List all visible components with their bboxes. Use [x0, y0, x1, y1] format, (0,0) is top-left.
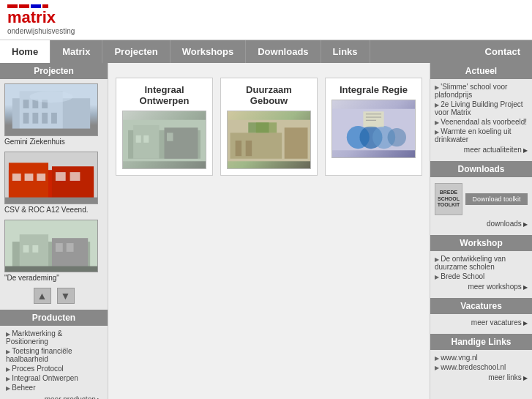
svg-point-9 [29, 91, 72, 102]
download-toolkit-button[interactable]: Download toolkit [465, 193, 528, 205]
feat-card-duurzaam-title: Duurzaam Gebouw [227, 84, 311, 106]
dl-thumb-line1: BREDE [440, 190, 458, 195]
meer-workshops-link[interactable]: meer workshops [430, 281, 532, 292]
downloads-section: Downloads BREDE SCHOOL TOOLKIT Download … [430, 161, 532, 229]
meer-producten-link[interactable]: meer producten [0, 392, 108, 399]
svg-rect-36 [167, 133, 173, 141]
meer-links-link[interactable]: meer links [430, 372, 532, 383]
center-content: Integraal Ontwerpen Duurzaam Gebouw [108, 63, 430, 399]
project-img-csv [4, 152, 98, 204]
verading-building-svg [5, 220, 97, 272]
svg-rect-17 [37, 174, 45, 181]
workshop-link-2[interactable]: Brede School [430, 272, 532, 281]
right-sidebar: Actueel 'Slimme' school voor plafondprij… [430, 63, 532, 399]
svg-rect-28 [67, 243, 74, 252]
download-widget: BREDE SCHOOL TOOLKIT Download toolkit [430, 180, 532, 218]
actueel-link-3[interactable]: Veenendaal als voorbeeld! [430, 117, 532, 127]
svg-rect-2 [23, 113, 29, 124]
meer-vacatures-link[interactable]: meer vacatures [430, 317, 532, 328]
product-link-toetsing[interactable]: Toetsing financiële haalbaarheid [0, 346, 108, 364]
download-thumbnail: BREDE SCHOOL TOOLKIT [435, 183, 462, 215]
feat-card-integraal-img [122, 111, 206, 169]
svg-rect-24 [52, 238, 88, 269]
workshop-title: Workshop [430, 235, 532, 251]
project-card-verading[interactable]: "De verademing" [4, 220, 103, 282]
svg-rect-6 [23, 100, 29, 108]
workshop-section: Workshop De ontwikkeling van duurzame sc… [430, 235, 532, 292]
project-label-verading: "De verademing" [4, 274, 103, 282]
svg-rect-34 [136, 135, 141, 143]
link-vng[interactable]: www.vng.nl [430, 353, 532, 362]
feat-card-duurzaam-img [227, 111, 311, 169]
feat-card-regie[interactable]: Integrale Regie [325, 78, 422, 176]
featured-cards: Integraal Ontwerpen Duurzaam Gebouw [116, 78, 422, 176]
svg-rect-26 [32, 245, 38, 253]
svg-rect-3 [32, 113, 38, 124]
duurzaam-img-svg [228, 111, 310, 170]
feat-card-regie-img [331, 100, 416, 158]
svg-rect-5 [51, 113, 57, 124]
nav-downloads[interactable]: Downloads [246, 40, 321, 63]
dl-thumb-line2: SCHOOL [438, 196, 460, 202]
svg-rect-43 [246, 141, 252, 156]
nav-home[interactable]: Home [0, 40, 50, 63]
svg-rect-14 [52, 166, 94, 200]
svg-point-48 [388, 128, 406, 146]
svg-rect-16 [25, 174, 34, 181]
svg-rect-42 [236, 141, 241, 156]
actueel-link-1[interactable]: 'Slimme' school voor plafondprijs [430, 82, 532, 100]
product-link-integraal[interactable]: Integraal Ontwerpen [0, 373, 108, 383]
feat-card-integraal-title: Integraal Ontwerpen [122, 84, 206, 106]
svg-rect-15 [12, 174, 21, 181]
svg-marker-41 [256, 122, 277, 133]
svg-rect-10 [5, 129, 97, 136]
project-label-csv: CSV & ROC A12 Veeend. [4, 206, 103, 214]
nav-workshops[interactable]: Workshops [171, 40, 247, 63]
feat-card-integraal[interactable]: Integraal Ontwerpen [116, 78, 213, 176]
svg-rect-20 [5, 198, 97, 204]
feat-card-duurzaam[interactable]: Duurzaam Gebouw [220, 78, 318, 176]
nav-spacer [370, 40, 473, 63]
actueel-link-4[interactable]: Warmte en koeling uit drinkwater [430, 127, 532, 144]
header: matrix onderwijshuisvesting [0, 0, 532, 40]
left-sidebar: Projecten Gemini Ziekenhuis [0, 63, 108, 399]
actueel-link-2[interactable]: 2e Living Building Project voor Matrix [430, 100, 532, 117]
nav-links[interactable]: Links [321, 40, 370, 63]
logo-name: matrix [7, 10, 75, 26]
downloads-title: Downloads [430, 161, 532, 177]
product-link-markt[interactable]: Marktwerking & Positionering [0, 329, 108, 346]
svg-rect-29 [5, 266, 97, 272]
projecten-title: Projecten [0, 63, 108, 79]
product-link-beheer[interactable]: Beheer [0, 383, 108, 392]
logo-subtitle: onderwijshuisvesting [7, 27, 75, 35]
project-img-gemini [4, 83, 98, 136]
svg-rect-39 [285, 127, 308, 158]
link-bredeschool[interactable]: www.bredeschool.nl [430, 362, 532, 372]
svg-rect-4 [42, 113, 48, 124]
vacatures-title: Vacatures [430, 298, 532, 314]
project-img-verading [4, 220, 98, 272]
project-card-csv[interactable]: CSV & ROC A12 Veeend. [4, 152, 103, 214]
vacatures-section: Vacatures meer vacatures [430, 298, 532, 328]
actueel-section: Actueel 'Slimme' school voor plafondprij… [430, 63, 532, 155]
svg-rect-27 [56, 243, 63, 252]
meer-downloads-link[interactable]: downloads [430, 218, 532, 229]
svg-rect-33 [165, 127, 198, 158]
nav-projecten[interactable]: Projecten [102, 40, 170, 63]
project-label-gemini: Gemini Ziekenhuis [4, 138, 103, 146]
workshop-link-1[interactable]: De ontwikkeling van duurzame scholen [430, 254, 532, 272]
prev-project-button[interactable]: ▲ [34, 288, 51, 304]
gemini-building-svg [5, 83, 97, 136]
logo: matrix onderwijshuisvesting [7, 4, 75, 35]
feat-card-regie-title: Integrale Regie [331, 84, 416, 95]
project-nav-arrows: ▲ ▼ [0, 288, 108, 304]
actueel-title: Actueel [430, 63, 532, 79]
project-card-gemini[interactable]: Gemini Ziekenhuis [4, 83, 103, 146]
svg-rect-13 [9, 163, 48, 200]
csv-building-svg [5, 152, 97, 204]
nav-matrix[interactable]: Matrix [50, 40, 102, 63]
meer-actualiteiten-link[interactable]: meer actualiteiten [430, 144, 532, 155]
next-project-button[interactable]: ▼ [57, 288, 75, 304]
product-link-proces[interactable]: Proces Protocol [0, 364, 108, 373]
nav-contact[interactable]: Contact [473, 40, 532, 63]
